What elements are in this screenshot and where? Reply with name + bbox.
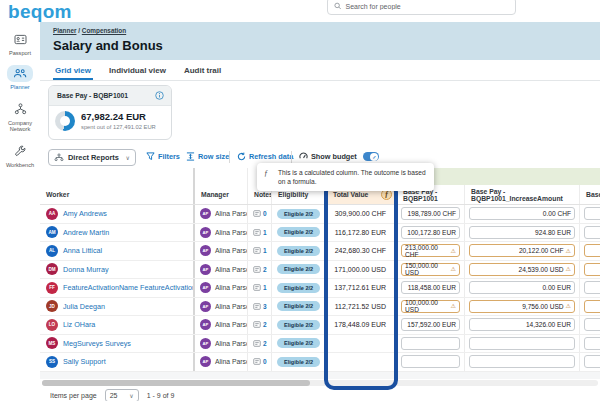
base-pay-input[interactable]: 118,458.00 EUR (401, 281, 460, 294)
manager-name: Alina Parsons (215, 266, 248, 273)
notes-cell[interactable]: 2 (248, 261, 272, 279)
avatar: AP (200, 301, 211, 312)
people-icon (7, 65, 33, 82)
notes-cell[interactable]: 1 (248, 279, 272, 297)
page-size-select[interactable]: 25 ∨ (105, 389, 139, 401)
sidebar-item-planner[interactable]: Planner (0, 65, 40, 90)
column-header-base-pay-bqbp1001-increaseamount[interactable]: Base Pay - BQBP1001_IncreaseAmount (465, 185, 580, 204)
clipped-cell (580, 224, 600, 242)
warning-icon: ⚠ (451, 266, 456, 272)
breadcrumb: Planner / Compensation (53, 27, 600, 34)
increase-amount-input[interactable]: 0.00 EUR (469, 281, 575, 294)
tab-grid-view[interactable]: Grid view (53, 66, 93, 80)
manager-name: Alina Parsons (215, 303, 248, 310)
base-pay-input[interactable] (401, 337, 460, 350)
page-header: Planner / Compensation Salary and Bonus (40, 22, 600, 60)
search-input[interactable] (345, 3, 509, 10)
clipped-input[interactable] (584, 244, 600, 257)
tab-individual-view[interactable]: Individual view (107, 66, 168, 80)
worker-name-link[interactable]: MegSurveys Surveys (63, 339, 131, 348)
notes-cell[interactable]: 2 (248, 316, 272, 334)
increase-amount-input[interactable]: 24,539.00 USD⚠ (469, 263, 575, 276)
clipped-input[interactable] (584, 355, 600, 368)
sidebar-item-company-network[interactable]: Company Network (0, 100, 40, 133)
base-pay-input[interactable]: 157,592.00 EUR (401, 318, 460, 331)
sidebar-item-workbench[interactable]: Workbench (0, 142, 40, 168)
avatar: AP (200, 282, 211, 293)
breadcrumb-compensation[interactable]: Compensation (82, 27, 126, 34)
row-size-button[interactable]: Row size (186, 152, 229, 161)
increase-amount-input[interactable]: 0.00 CHF (469, 207, 575, 220)
column-header-base[interactable]: Base (580, 185, 600, 204)
worker-name-link[interactable]: Amy Andrews (63, 209, 107, 218)
clipped-input[interactable] (584, 281, 600, 294)
notes-cell[interactable]: 1 (248, 242, 272, 260)
clipped-input[interactable] (584, 226, 600, 239)
table-row: LOLiz OHaraAPAlina Parsons2Eligible 2/21… (40, 316, 600, 335)
page-title: Salary and Bonus (53, 38, 600, 53)
worker-name-link[interactable]: Andrew Martin (63, 228, 109, 237)
clipped-cell (580, 261, 600, 279)
worker-name-link[interactable]: FeatureActivationName FeatureActivationA… (63, 283, 195, 292)
increase-amount-input[interactable]: 14,326.00 EUR (469, 318, 575, 331)
increase-amount-input[interactable]: 9,756.00 USD⚠ (469, 300, 575, 313)
notes-cell[interactable]: 2 (248, 335, 272, 353)
column-header-worker[interactable]: Worker (40, 185, 195, 204)
base-pay-input[interactable]: 100,172.80 EUR (401, 226, 460, 239)
people-search[interactable] (327, 0, 516, 15)
calculated-column-tooltip: ƒ This is a calculated column. The outco… (257, 163, 434, 191)
horizontal-scrollbar[interactable] (42, 380, 598, 386)
view-selector-value: Direct Reports (68, 153, 126, 162)
clipped-input[interactable] (584, 337, 600, 350)
page-range: 1 - 9 of 9 (147, 392, 175, 399)
view-selector-dropdown[interactable]: Direct Reports ∨ (48, 149, 136, 166)
worker-name-link[interactable]: Julia Deegan (63, 302, 105, 311)
note-icon (253, 321, 261, 328)
clipped-input[interactable] (584, 207, 600, 220)
tab-audit-trail[interactable]: Audit trail (182, 66, 223, 80)
info-icon[interactable] (155, 91, 164, 100)
worker-name-link[interactable]: Anna Littical (63, 246, 102, 255)
increase-amount-cell: 0.00 CHF (465, 205, 580, 223)
breadcrumb-planner[interactable]: Planner (53, 27, 76, 34)
tab-bar: Grid view Individual view Audit trail (40, 60, 600, 81)
clipped-cell (580, 298, 600, 316)
base-pay-input[interactable]: 100,000.00 USD⚠ (401, 300, 460, 313)
manager-name: Alina Parsons (215, 229, 248, 236)
refresh-data-button[interactable]: Refresh data (237, 152, 293, 161)
notes-count: 1 (263, 247, 267, 254)
increase-amount-input[interactable]: 20,122.00 CHF⚠ (469, 244, 575, 257)
worker-name-link[interactable]: Liz OHara (63, 320, 95, 329)
avatar: SS (46, 356, 58, 368)
worker-name-link[interactable]: Donna Murray (63, 265, 109, 274)
base-pay-input[interactable]: 213,000.00 CHF⚠ (401, 244, 460, 257)
filters-button[interactable]: Filters (146, 152, 180, 161)
manager-name: Alina Parsons (215, 321, 248, 328)
notes-count: 1 (263, 229, 267, 236)
worker-name-link[interactable]: Sally Support (63, 357, 106, 366)
increase-amount-input[interactable] (469, 337, 575, 350)
notes-cell[interactable]: 0 (248, 353, 272, 371)
scrollbar-thumb[interactable] (42, 380, 310, 386)
notes-cell[interactable]: 3 (248, 298, 272, 316)
clipped-input[interactable] (584, 318, 600, 331)
total-value-cell: 178,448.09 EUR (327, 316, 397, 334)
show-budget-toggle[interactable]: ✓ (363, 152, 379, 161)
base-pay-input[interactable]: 150,000.00 USD⚠ (401, 263, 460, 276)
increase-amount-input[interactable] (469, 355, 575, 368)
top-bar: beqom (0, 0, 600, 22)
table-row: FFFeatureActivationName FeatureActivatio… (40, 279, 600, 298)
pagination-bar: Items per page 25 ∨ 1 - 9 of 9 (50, 389, 174, 401)
base-pay-input[interactable] (401, 355, 460, 368)
chevron-down-icon: ∨ (126, 155, 130, 161)
notes-cell[interactable]: 0 (248, 205, 272, 223)
worker-cell: FFFeatureActivationName FeatureActivatio… (40, 279, 195, 297)
increase-amount-input[interactable]: 924.80 EUR (469, 226, 575, 239)
sidebar-item-passport[interactable]: Passport (0, 31, 40, 56)
column-header-manager[interactable]: Manager (195, 185, 248, 204)
eligibility-badge: Eligible 2/2 (277, 283, 320, 293)
base-pay-input[interactable]: 198,789.00 CHF (401, 207, 460, 220)
clipped-input[interactable] (584, 300, 600, 313)
clipped-input[interactable] (584, 263, 600, 276)
notes-cell[interactable]: 1 (248, 224, 272, 242)
